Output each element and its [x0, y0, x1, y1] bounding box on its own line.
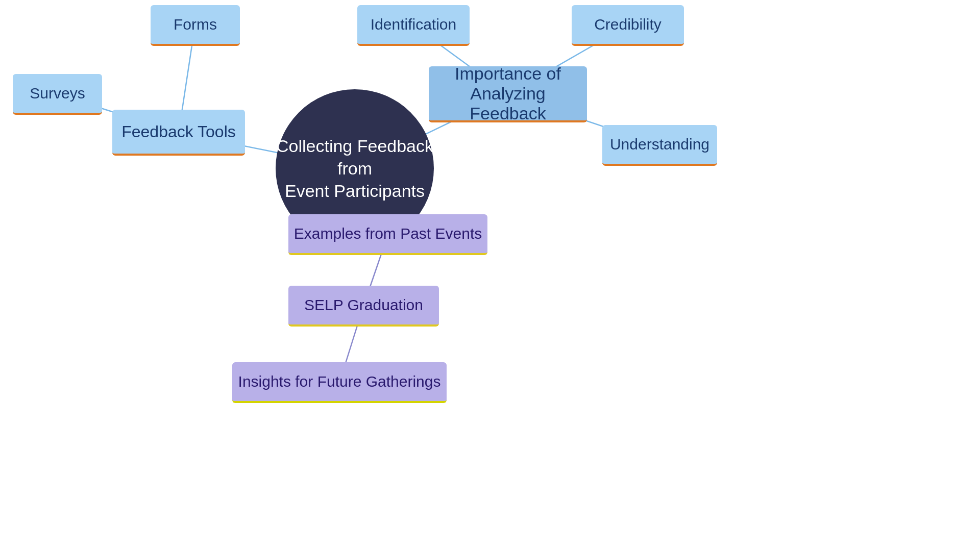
feedback-tools-node: Feedback Tools	[112, 110, 245, 156]
examples-past-events-label: Examples from Past Events	[294, 225, 482, 242]
importance-analyzing-node: Importance of Analyzing Feedback	[429, 66, 587, 122]
understanding-node: Understanding	[602, 125, 717, 166]
understanding-label: Understanding	[610, 136, 709, 153]
credibility-node: Credibility	[572, 5, 684, 46]
identification-label: Identification	[371, 16, 456, 33]
forms-node: Forms	[151, 5, 240, 46]
insights-future-label: Insights for Future Gatherings	[238, 373, 441, 390]
examples-past-events-node: Examples from Past Events	[288, 214, 487, 255]
insights-future-node: Insights for Future Gatherings	[232, 362, 447, 403]
selp-graduation-node: SELP Graduation	[288, 286, 439, 327]
selp-graduation-label: SELP Graduation	[304, 296, 423, 314]
center-node-label: Collecting Feedback from Event Participa…	[276, 135, 434, 203]
forms-label: Forms	[174, 16, 217, 33]
surveys-label: Surveys	[30, 85, 85, 102]
feedback-tools-label: Feedback Tools	[121, 122, 236, 141]
identification-node: Identification	[357, 5, 470, 46]
importance-analyzing-label: Importance of Analyzing Feedback	[429, 64, 587, 123]
credibility-label: Credibility	[594, 16, 662, 33]
surveys-node: Surveys	[13, 74, 102, 115]
